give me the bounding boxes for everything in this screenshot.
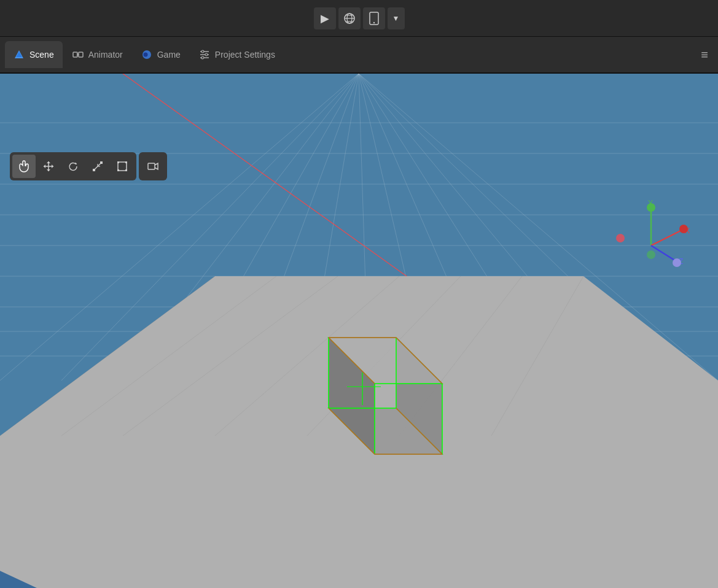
svg-rect-10 <box>79 52 83 57</box>
top-toolbar: ▶ ▼ <box>0 0 718 37</box>
project-settings-tab-icon <box>199 49 210 60</box>
scale-tool-button[interactable] <box>86 155 109 178</box>
svg-rect-86 <box>93 169 95 171</box>
animator-tab-icon <box>72 49 84 60</box>
svg-point-13 <box>143 53 147 57</box>
scene-toolbar <box>10 152 167 180</box>
scene-tab-label: Scene <box>29 50 54 60</box>
svg-rect-9 <box>73 52 77 57</box>
project-settings-tab[interactable]: Project Settings <box>190 41 284 68</box>
svg-rect-85 <box>100 161 103 164</box>
scene-viewport[interactable]: Y X Z <box>0 74 718 588</box>
svg-rect-92 <box>117 169 119 171</box>
svg-rect-94 <box>148 163 155 169</box>
svg-point-18 <box>205 53 208 56</box>
scene-tab-icon <box>14 49 25 60</box>
svg-point-78 <box>673 258 681 267</box>
mobile-button[interactable] <box>363 7 385 29</box>
game-tab-icon <box>141 49 152 60</box>
scene-tool-group-2 <box>139 152 167 180</box>
svg-point-76 <box>647 203 655 212</box>
svg-point-77 <box>679 225 688 233</box>
svg-point-79 <box>616 234 625 242</box>
globe-button[interactable] <box>338 7 361 29</box>
svg-point-17 <box>201 50 204 53</box>
svg-point-80 <box>647 250 655 259</box>
move-tool-button[interactable] <box>37 155 60 178</box>
tab-bar: Scene Animator Game <box>0 37 718 74</box>
svg-rect-93 <box>125 169 127 171</box>
hand-tool-button[interactable] <box>12 155 36 178</box>
dropdown-button[interactable]: ▼ <box>388 7 405 29</box>
scene-tab[interactable]: Scene <box>5 41 63 68</box>
scene-svg-canvas: Y X Z <box>0 74 718 588</box>
rotate-tool-button[interactable] <box>61 155 85 178</box>
play-button[interactable]: ▶ <box>314 7 336 29</box>
game-tab[interactable]: Game <box>133 41 189 68</box>
scene-tool-group-1 <box>10 152 136 180</box>
svg-rect-90 <box>117 161 119 163</box>
svg-point-6 <box>373 21 374 23</box>
rect-transform-tool-button[interactable] <box>111 155 134 178</box>
project-settings-tab-label: Project Settings <box>215 50 275 60</box>
svg-rect-91 <box>125 161 127 163</box>
animator-tab[interactable]: Animator <box>64 41 131 68</box>
camera-view-button[interactable] <box>141 155 165 178</box>
svg-rect-89 <box>118 162 127 171</box>
game-tab-label: Game <box>157 50 181 60</box>
tab-bar-menu[interactable]: ≡ <box>696 45 713 64</box>
animator-tab-label: Animator <box>88 50 123 60</box>
svg-point-19 <box>201 56 204 59</box>
